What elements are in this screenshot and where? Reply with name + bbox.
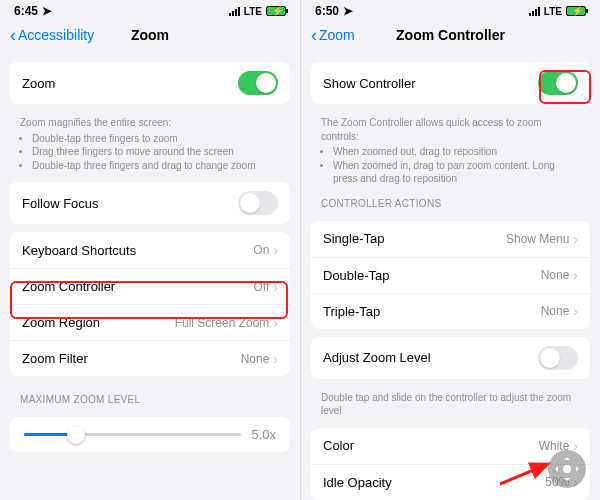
- network-label: LTE: [544, 6, 562, 17]
- adjust-zoom-toggle[interactable]: [538, 346, 578, 370]
- battery-icon: ⚡: [566, 6, 586, 16]
- max-zoom-header: MAXIMUM ZOOM LEVEL: [0, 384, 300, 409]
- nav-bar: ‹ Accessibility Zoom: [0, 20, 300, 54]
- chevron-right-icon: ›: [273, 279, 278, 295]
- follow-focus-row: Follow Focus: [10, 182, 290, 224]
- max-zoom-slider-row: 5.0x: [10, 417, 290, 452]
- zoom-controller-row[interactable]: Zoom Controller Off›: [10, 268, 290, 304]
- chevron-right-icon: ›: [273, 315, 278, 331]
- adjust-zoom-row: Adjust Zoom Level: [311, 337, 590, 379]
- location-icon: ➤: [42, 4, 52, 18]
- signal-icon: [229, 7, 240, 16]
- chevron-right-icon: ›: [273, 351, 278, 367]
- back-button[interactable]: ‹ Accessibility: [10, 26, 94, 44]
- back-button[interactable]: ‹ Zoom: [311, 26, 355, 44]
- chevron-right-icon: ›: [273, 242, 278, 258]
- zoom-toggle[interactable]: [238, 71, 278, 95]
- follow-focus-label: Follow Focus: [22, 196, 99, 211]
- follow-focus-toggle[interactable]: [238, 191, 278, 215]
- battery-icon: ⚡: [266, 6, 286, 16]
- zoom-note: Zoom magnifies the entire screen: Double…: [0, 112, 300, 174]
- phone-zoom-settings: 6:45 ➤ LTE ⚡ ‹ Accessibility Zoom Zoom: [0, 0, 300, 500]
- double-tap-row[interactable]: Double-Tap None›: [311, 257, 590, 293]
- status-bar: 6:45 ➤ LTE ⚡: [0, 0, 300, 20]
- nav-bar: ‹ Zoom Zoom Controller: [301, 20, 600, 54]
- zoom-row: Zoom: [10, 62, 290, 104]
- arrow-annotation: [498, 454, 558, 490]
- show-controller-toggle[interactable]: [538, 71, 578, 95]
- chevron-left-icon: ‹: [10, 26, 16, 44]
- adjust-note: Double tap and slide on the controller t…: [301, 387, 600, 420]
- triple-tap-row[interactable]: Triple-Tap None›: [311, 293, 590, 329]
- max-zoom-value: 5.0x: [251, 427, 276, 442]
- zoom-region-row[interactable]: Zoom Region Full Screen Zoom›: [10, 304, 290, 340]
- back-label: Zoom: [319, 27, 355, 43]
- max-zoom-slider[interactable]: [24, 433, 241, 436]
- zoom-label: Zoom: [22, 76, 55, 91]
- back-label: Accessibility: [18, 27, 94, 43]
- phone-zoom-controller: 6:50 ➤ LTE ⚡ ‹ Zoom Zoom Controller Show…: [300, 0, 600, 500]
- status-bar: 6:50 ➤ LTE ⚡: [301, 0, 600, 20]
- chevron-right-icon: ›: [573, 267, 578, 283]
- zoom-filter-row[interactable]: Zoom Filter None›: [10, 340, 290, 376]
- signal-icon: [529, 7, 540, 16]
- show-controller-row: Show Controller: [311, 62, 590, 104]
- network-label: LTE: [244, 6, 262, 17]
- status-time: 6:45: [14, 4, 38, 18]
- chevron-right-icon: ›: [573, 231, 578, 247]
- single-tap-row[interactable]: Single-Tap Show Menu›: [311, 221, 590, 257]
- status-time: 6:50: [315, 4, 339, 18]
- svg-line-0: [500, 464, 548, 484]
- location-icon: ➤: [343, 4, 353, 18]
- chevron-left-icon: ‹: [311, 26, 317, 44]
- keyboard-shortcuts-row[interactable]: Keyboard Shortcuts On›: [10, 232, 290, 268]
- controller-note: The Zoom Controller allows quick access …: [301, 112, 600, 188]
- chevron-right-icon: ›: [573, 303, 578, 319]
- controller-actions-header: CONTROLLER ACTIONS: [301, 188, 600, 213]
